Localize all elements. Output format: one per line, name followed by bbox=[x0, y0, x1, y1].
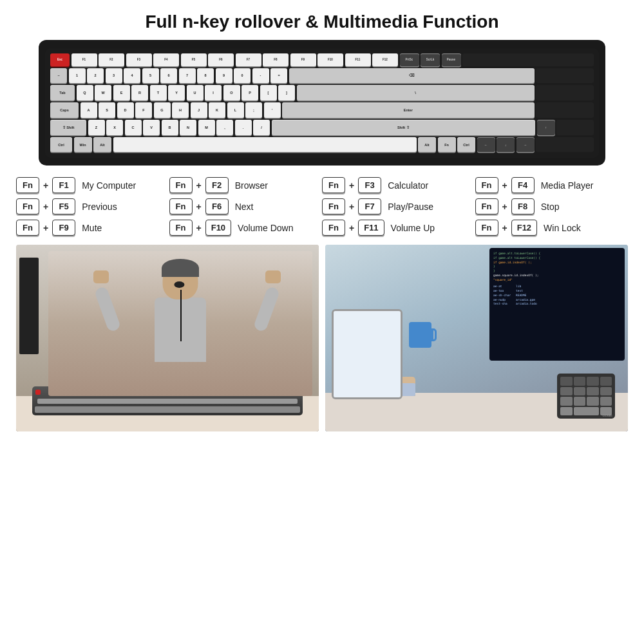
key-f1: F1 bbox=[71, 53, 97, 66]
key-alt-right: Alt bbox=[418, 137, 436, 153]
key-rbracket: ] bbox=[278, 85, 295, 100]
monitor-display: if game.alt.toLowerCase() { if game.alt … bbox=[489, 248, 625, 361]
key-space bbox=[113, 137, 417, 153]
sc-fn-key-12: Fn bbox=[475, 220, 498, 236]
numpad-grid bbox=[560, 377, 612, 415]
code-content: if game.alt.toLowerCase() { if game.alt … bbox=[493, 252, 621, 307]
key-i: I bbox=[205, 85, 222, 100]
sc-label-volume-down: Volume Down bbox=[238, 223, 293, 233]
key-4: 4 bbox=[124, 68, 140, 84]
np-key-2 bbox=[574, 377, 586, 386]
sc-f10-key: F10 bbox=[205, 220, 231, 236]
key-esc: Esc bbox=[50, 53, 70, 66]
sc-f12-key: F12 bbox=[511, 220, 537, 236]
np-key-11 bbox=[587, 397, 599, 406]
key-backslash: \ bbox=[297, 85, 535, 100]
np-key-13 bbox=[560, 407, 573, 416]
coffee-mug bbox=[409, 322, 431, 348]
shortcut-row-1: Fn + F1 My Computer Fn + F2 Browser Fn +… bbox=[16, 177, 628, 193]
key-numpad-mid bbox=[536, 85, 594, 100]
mug-handle bbox=[431, 328, 437, 341]
file-9: arcadia.gpm bbox=[516, 298, 537, 303]
keyboard-keys-row2 bbox=[37, 399, 298, 404]
sc-plus-11: + bbox=[349, 223, 354, 233]
sc-plus-5: + bbox=[43, 202, 48, 212]
sc-label-calculator: Calculator bbox=[388, 180, 439, 191]
key-shift-right: Shift ⇧ bbox=[272, 120, 536, 135]
sc-fn-key-8: Fn bbox=[475, 198, 498, 214]
file-8: README bbox=[516, 294, 537, 298]
sc-label-my-computer: My Computer bbox=[82, 180, 136, 191]
shortcut-item-play-pause: Fn + F7 Play/Pause bbox=[322, 198, 475, 214]
sc-plus-8: + bbox=[502, 202, 507, 212]
shortcut-item-my-computer: Fn + F1 My Computer bbox=[16, 177, 169, 193]
sc-plus-10: + bbox=[196, 223, 202, 233]
code-line-4: } bbox=[493, 265, 621, 269]
key-semicolon: ; bbox=[245, 102, 262, 118]
key-row-bottom: Ctrl Win Alt Alt Fn Ctrl ← ↓ → bbox=[50, 137, 594, 153]
sc-f2-key: F2 bbox=[205, 177, 229, 193]
keyboard-section: Esc F1 F2 F3 F4 F5 F6 F7 F8 F9 F10 F11 F… bbox=[39, 40, 605, 166]
person-mouth bbox=[174, 281, 184, 288]
np-key-6 bbox=[574, 387, 586, 396]
sc-label-next: Next bbox=[235, 202, 287, 212]
shortcut-row-2: Fn + F5 Previous Fn + F6 Next Fn + F7 Pl… bbox=[16, 198, 628, 214]
photo-coding: if game.alt.toLowerCase() { if game.alt … bbox=[325, 245, 628, 431]
key-l: L bbox=[227, 102, 244, 118]
sc-plus-9: + bbox=[43, 223, 48, 233]
sc-fn-key-2: Fn bbox=[169, 177, 193, 193]
key-numpad-top bbox=[536, 68, 594, 84]
key-b: B bbox=[162, 120, 178, 135]
np-key-12 bbox=[600, 397, 612, 406]
key-row-zxcv: ⇧ Shift Z X C V B N M , . / Shift ⇧ ↑ bbox=[50, 120, 594, 135]
shortcut-item-calculator: Fn + F3 Calculator bbox=[322, 177, 475, 193]
sc-fn-key-6: Fn bbox=[169, 198, 193, 214]
file-4: ae-nudp bbox=[493, 298, 511, 303]
person-arm-left bbox=[94, 286, 122, 333]
person-hair bbox=[162, 259, 199, 277]
key-slash: / bbox=[253, 120, 270, 135]
photo-gaming bbox=[16, 245, 319, 431]
code-line-7: "square_id" bbox=[493, 278, 621, 283]
key-f5: F5 bbox=[181, 53, 207, 66]
key-f2: F2 bbox=[99, 53, 124, 66]
sc-f4-key: F4 bbox=[511, 177, 535, 193]
file-tree: ae-at ae-too ae-sh-char ae-nudp test-sha… bbox=[493, 285, 621, 307]
sc-fn-key-3: Fn bbox=[322, 177, 345, 193]
key-f: F bbox=[135, 102, 152, 118]
code-line-6: game.square.id.indexOf( ); bbox=[493, 274, 621, 278]
shortcut-item-stop: Fn + F8 Stop bbox=[475, 198, 629, 214]
np-key-10 bbox=[574, 397, 586, 406]
key-period: . bbox=[235, 120, 252, 135]
key-right: → bbox=[516, 137, 535, 153]
file-7: test bbox=[516, 289, 537, 294]
brand-label-numpad: GIONEE bbox=[602, 414, 612, 417]
key-down: ↓ bbox=[497, 137, 515, 153]
key-9: 9 bbox=[216, 68, 232, 84]
key-s: S bbox=[99, 102, 115, 118]
key-f4: F4 bbox=[153, 53, 179, 66]
key-h: H bbox=[172, 102, 189, 118]
code-line-3: if game.id.indexOf( ); bbox=[493, 261, 621, 265]
sc-plus-3: + bbox=[349, 180, 354, 191]
file-1: ae-at bbox=[493, 285, 511, 289]
key-1: 1 bbox=[69, 68, 86, 84]
key-o: O bbox=[223, 85, 240, 100]
key-left: ← bbox=[477, 137, 495, 153]
sc-fn-key-10: Fn bbox=[169, 220, 193, 236]
key-v: V bbox=[143, 120, 160, 135]
key-up: ↑ bbox=[537, 120, 555, 135]
sc-label-mute: Mute bbox=[82, 223, 133, 233]
sc-label-previous: Previous bbox=[82, 202, 133, 212]
key-z: Z bbox=[88, 120, 105, 135]
shortcut-item-volume-up: Fn + F11 Volume Up bbox=[322, 220, 475, 236]
key-minus: - bbox=[252, 68, 269, 84]
key-f3: F3 bbox=[126, 53, 152, 66]
key-e: E bbox=[113, 85, 130, 100]
key-3: 3 bbox=[106, 68, 122, 84]
key-ctrl-left: Ctrl bbox=[50, 137, 72, 153]
key-fn: Fn bbox=[438, 137, 456, 153]
key-c: C bbox=[125, 120, 142, 135]
sc-fn-key-4: Fn bbox=[475, 177, 498, 193]
monitor-left bbox=[19, 258, 39, 354]
